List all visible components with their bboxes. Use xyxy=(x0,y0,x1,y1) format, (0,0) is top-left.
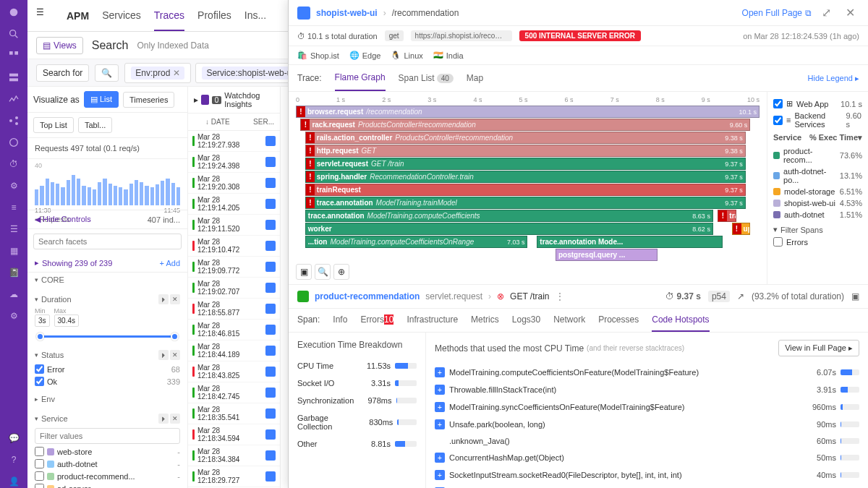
trace-row[interactable]: Mar 28 12:18:34.594 xyxy=(188,424,280,445)
zoom-reset-icon[interactable]: ▣ xyxy=(296,264,312,280)
errors-checkbox[interactable]: Errors xyxy=(773,236,862,248)
service-checkbox[interactable]: product-recommend...- xyxy=(35,470,180,482)
zoom-in-icon[interactable]: 🔍 xyxy=(315,264,331,280)
remove-filter-icon[interactable]: ✕ xyxy=(173,68,180,78)
apm-icon[interactable] xyxy=(7,114,20,127)
expand-icon[interactable]: + xyxy=(435,470,445,480)
dashboard-icon[interactable] xyxy=(7,49,20,62)
flame-span[interactable]: rack.requestProductsController#recommend… xyxy=(300,119,750,131)
cloud-icon[interactable]: ☁ xyxy=(7,288,20,301)
flame-span[interactable]: browser.request/recommendation10.1 s xyxy=(296,106,760,118)
legend-service[interactable]: shopist-web-ui4.53% xyxy=(773,197,862,209)
user-icon[interactable]: 👤 xyxy=(7,475,20,488)
trace-row[interactable]: Mar 28 12:18:55.877 xyxy=(188,299,280,320)
service-checkbox[interactable]: auth-dotnet- xyxy=(35,458,180,470)
detail-tab-info[interactable]: Info xyxy=(333,309,347,332)
hide-legend-button[interactable]: Hide Legend ▸ xyxy=(808,74,859,83)
security-icon[interactable]: ⚙ xyxy=(7,179,20,192)
metrics-icon[interactable] xyxy=(7,93,20,106)
method-row[interactable]: +StackTraceElement.initStackTraceElement… xyxy=(435,484,859,488)
expand-icon[interactable]: + xyxy=(435,419,445,429)
trace-row[interactable]: Mar 28 12:18:34.384 xyxy=(188,445,280,466)
legend-service[interactable]: auth-dotnet1.51% xyxy=(773,209,862,221)
legend-group[interactable]: ≡Backend Services9.60 s xyxy=(773,110,862,130)
trace-row[interactable]: Mar 28 12:19:11.520 xyxy=(188,215,280,236)
flame-span[interactable]: http.requestGET9.38 s xyxy=(305,145,746,157)
trace-row[interactable]: Mar 28 12:19:09.772 xyxy=(188,257,280,278)
trace-row[interactable]: Mar 28 12:18:46.815 xyxy=(188,320,280,341)
expand-icon[interactable]: ⤢ xyxy=(817,6,835,20)
list-icon[interactable]: ☰ xyxy=(7,223,20,236)
status-facet[interactable]: ▾Status⏵✕ xyxy=(35,347,180,363)
detail-tab-logs[interactable]: Logs30 xyxy=(512,309,540,332)
trace-row[interactable]: Mar 28 12:19:27.938 xyxy=(188,131,280,152)
service-facet[interactable]: ▾Service⏵✕ xyxy=(35,411,180,427)
flame-span[interactable]: servlet.requestGET /train9.37 s xyxy=(305,158,746,170)
detail-tab-metrics[interactable]: Metrics xyxy=(471,309,499,332)
close-icon[interactable]: ✕ xyxy=(841,6,859,20)
breadcrumb-service[interactable]: shopist-web-ui xyxy=(316,8,378,18)
trace-row[interactable]: Mar 28 12:19:10.472 xyxy=(188,236,280,257)
list-view-button[interactable]: ▤ List xyxy=(84,91,119,108)
rum-icon[interactable]: ▦ xyxy=(7,244,20,257)
flame-graph[interactable]: 01 s2 s3 s4 s5 s6 s7 s8 s9 s10 s browser… xyxy=(289,92,767,284)
flame-span[interactable]: trainRequest9.37 s xyxy=(305,184,746,196)
trace-row[interactable]: Mar 28 12:18:43.825 xyxy=(188,361,280,382)
trace-row[interactable]: Mar 28 12:18:29.727 xyxy=(188,466,280,487)
trace-row[interactable]: Mar 28 12:19:14.205 xyxy=(188,194,280,215)
trace-row[interactable]: Mar 28 12:19:02.707 xyxy=(188,278,280,299)
duration-facet[interactable]: ▾Duration⏵✕ xyxy=(35,291,180,307)
method-row[interactable]: +Throwable.fillInStackTrace(int)3.91s xyxy=(435,381,859,398)
method-row[interactable]: +SocketInputStream.socketRead0(FileDescr… xyxy=(435,466,859,484)
trace-row[interactable]: Mar 28 12:19:24.398 xyxy=(188,152,280,173)
tab-spanlist[interactable]: Span List40 xyxy=(399,66,454,90)
method-row[interactable]: +ModelTraining.syncCoefficientsOnFeature… xyxy=(435,398,859,416)
context-tag[interactable]: 🐧Linux xyxy=(391,51,422,60)
flame-span[interactable]: trace.annotation Mode... xyxy=(537,236,722,248)
notebook-icon[interactable]: 📓 xyxy=(7,266,20,279)
duration-min-input[interactable]: 3s xyxy=(35,314,50,327)
flame-span[interactable]: trace.annotationModelTraining.computeCoe… xyxy=(305,210,713,222)
search-icon-box[interactable]: 🔍 xyxy=(95,64,119,82)
filter-spans-toggle[interactable]: ▾ Filter Spans xyxy=(773,221,862,236)
method-row[interactable]: +ModelTraining.computeCoefficientsOnFeat… xyxy=(435,364,859,381)
filter-pill[interactable]: Env:prod✕ xyxy=(124,63,191,83)
service-checkbox[interactable]: web-store- xyxy=(35,445,180,458)
table-button[interactable]: Tabl... xyxy=(78,117,112,133)
open-full-page-link[interactable]: Open Full Page ⧉ xyxy=(742,8,812,18)
infra-icon[interactable] xyxy=(7,71,20,84)
menu-icon[interactable]: ☰ xyxy=(36,7,54,25)
flame-span[interactable]: postgresql.query ... xyxy=(556,249,658,261)
tab-flamegraph[interactable]: Flame Graph xyxy=(335,65,386,91)
status-ok-checkbox[interactable]: Ok339 xyxy=(35,375,180,388)
hide-controls-button[interactable]: ◀ Hide Controls xyxy=(35,215,91,224)
gear-icon[interactable]: ⚙ xyxy=(7,309,20,322)
nav-tab-ins...[interactable]: Ins... xyxy=(244,1,266,31)
zoom-out-icon[interactable]: ⊕ xyxy=(333,264,349,280)
flame-span[interactable]: spring.handlerRecommendationController.t… xyxy=(305,171,746,183)
expand-icon[interactable]: + xyxy=(435,453,445,463)
context-tag[interactable]: 🇮🇳India xyxy=(433,51,464,60)
detail-tab-network[interactable]: Network xyxy=(553,309,585,332)
monitor-icon[interactable]: ⏱ xyxy=(7,158,20,171)
legend-group[interactable]: ⊞Web App10.1 s xyxy=(773,98,862,110)
expand-icon[interactable]: ▸ xyxy=(35,258,39,267)
core-section[interactable]: ▾CORE xyxy=(35,273,180,287)
ci-icon[interactable] xyxy=(7,136,20,149)
nav-tab-services[interactable]: Services xyxy=(102,1,141,31)
detail-tab-processes[interactable]: Processes xyxy=(598,309,639,332)
env-facet[interactable]: ▸Env xyxy=(35,392,180,406)
more-icon[interactable]: ⋮ xyxy=(556,291,564,301)
logs-icon[interactable]: ≡ xyxy=(7,201,20,214)
context-tag[interactable]: 🌐Edge xyxy=(349,51,381,60)
flame-span[interactable]: trace.annotationModelTraining.trainModel… xyxy=(305,197,746,209)
flame-span[interactable]: rails.action_controllerProductsControlle… xyxy=(305,132,746,144)
status-error-checkbox[interactable]: Error68 xyxy=(35,363,180,375)
expand-icon[interactable]: + xyxy=(435,367,445,377)
trace-row[interactable]: Mar 28 12:18:44.189 xyxy=(188,341,280,361)
flame-span[interactable]: worker8.62 s xyxy=(305,223,713,235)
legend-service[interactable]: product-recom...73.6% xyxy=(773,145,862,166)
timeseries-button[interactable]: Timeseries xyxy=(123,92,174,108)
add-facet-button[interactable]: + Add xyxy=(160,259,180,267)
copy-icon[interactable]: ▣ xyxy=(851,291,859,301)
